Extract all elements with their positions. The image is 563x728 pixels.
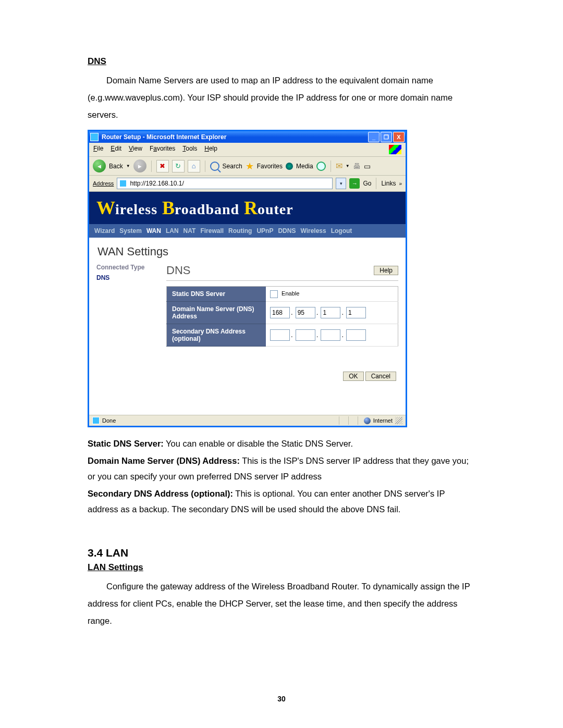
address-label: Address	[93, 180, 114, 187]
mail-menu-icon[interactable]: ▼	[346, 164, 350, 168]
status-done: Done	[102, 417, 116, 424]
status-bar: Done Internet	[89, 415, 406, 426]
status-page-icon	[92, 417, 100, 424]
router-screenshot: Router Setup - Microsoft Internet Explor…	[88, 130, 407, 427]
back-button[interactable]: ◄	[93, 159, 106, 172]
router-nav: Wizard System WAN LAN NAT Firewall Routi…	[89, 224, 406, 238]
back-label: Back	[109, 163, 123, 170]
sec-dns-ip-fields: . . .	[266, 324, 398, 347]
back-menu-icon[interactable]: ▼	[126, 164, 130, 168]
dns-title: DNS	[166, 264, 190, 277]
side-menu: Connected Type DNS	[96, 264, 159, 381]
side-connected-type[interactable]: Connected Type	[96, 264, 159, 271]
page-icon	[119, 180, 127, 187]
help-button[interactable]: Help	[374, 266, 398, 275]
print-icon[interactable]: 🖶	[353, 162, 361, 170]
router-banner: Wireless Broadband Router	[89, 192, 406, 224]
dns-ip-4[interactable]	[346, 307, 366, 318]
windows-flag-icon	[389, 145, 401, 154]
static-dns-desc: Static DNS Server: You can enable or dis…	[88, 436, 473, 452]
favorites-icon: ★	[246, 161, 254, 172]
dns-ip-3[interactable]	[321, 307, 340, 318]
dns-paragraph: Domain Name Servers are used to map an I…	[88, 72, 473, 124]
separator	[151, 161, 152, 172]
side-dns[interactable]: DNS	[96, 274, 159, 281]
menu-view[interactable]: View	[129, 145, 142, 154]
sec-dns-desc: Secondary DNS Address (optional): This i…	[88, 486, 473, 517]
secdns-ip-3[interactable]	[321, 329, 340, 341]
page-title: WAN Settings	[97, 245, 397, 258]
lan-settings-heading: LAN Settings	[88, 562, 473, 573]
lan-paragraph: Configure the gateway address of the Wir…	[88, 578, 473, 630]
dns-ip-2[interactable]	[296, 307, 315, 318]
resize-grip-icon	[395, 417, 402, 424]
nav-wan[interactable]: WAN	[146, 227, 161, 235]
address-dropdown[interactable]: ▾	[336, 178, 346, 189]
links-expand-icon[interactable]: »	[399, 181, 402, 187]
refresh-button[interactable]: ↻	[172, 160, 185, 172]
maximize-button[interactable]: ❐	[381, 132, 392, 142]
row-dns-addr-label: Domain Name Server (DNS) Address	[167, 302, 266, 324]
toolbar: ◄ Back ▼ ► ✖ ↻ ⌂ Search ★ Favorites Medi…	[89, 157, 406, 176]
enable-checkbox[interactable]	[270, 290, 278, 298]
search-icon	[210, 162, 219, 171]
nav-firewall[interactable]: Firewall	[200, 227, 224, 235]
nav-wizard[interactable]: Wizard	[94, 227, 115, 235]
separator	[376, 178, 376, 189]
address-bar: Address ▾ → Go Links »	[89, 176, 406, 192]
go-button[interactable]: →	[349, 178, 360, 189]
close-button[interactable]: X	[393, 132, 405, 142]
home-button[interactable]: ⌂	[188, 160, 200, 172]
secdns-ip-1[interactable]	[270, 329, 290, 341]
enable-label: Enable	[282, 290, 299, 297]
nav-upnp[interactable]: UPnP	[256, 227, 273, 235]
secdns-ip-4[interactable]	[346, 329, 366, 341]
menu-help[interactable]: Help	[204, 145, 217, 154]
favorites-button[interactable]: Favorites	[257, 163, 283, 170]
dns-settings-table: Static DNS Server Enable Domain Name Ser…	[166, 286, 398, 347]
dns-heading: DNS	[88, 56, 473, 67]
menubar: File Edit View Favorites Tools Help	[89, 143, 406, 157]
window-titlebar: Router Setup - Microsoft Internet Explor…	[89, 131, 406, 143]
menu-file[interactable]: File	[93, 145, 103, 154]
dns-ip-fields: . . .	[266, 302, 398, 324]
history-icon[interactable]	[316, 162, 326, 171]
separator	[205, 161, 205, 172]
row-sec-dns-label: Secondary DNS Address (optional)	[167, 324, 266, 347]
media-button[interactable]: Media	[296, 163, 313, 170]
search-button[interactable]: Search	[223, 163, 242, 170]
nav-wireless[interactable]: Wireless	[300, 227, 326, 235]
menu-tools[interactable]: Tools	[182, 145, 197, 154]
row-static-dns-label: Static DNS Server	[167, 287, 266, 302]
page-number: 30	[0, 695, 563, 703]
window-title: Router Setup - Microsoft Internet Explor…	[102, 133, 226, 141]
secdns-ip-2[interactable]	[296, 329, 315, 341]
go-label: Go	[363, 180, 371, 187]
nav-system[interactable]: System	[119, 227, 142, 235]
address-input-wrap[interactable]	[117, 178, 333, 189]
dns-ip-1[interactable]	[270, 307, 290, 318]
nav-logout[interactable]: Logout	[331, 227, 352, 235]
edit-page-icon[interactable]: ▭	[364, 162, 371, 170]
menu-favorites[interactable]: Favorites	[150, 145, 175, 154]
stop-button[interactable]: ✖	[156, 160, 169, 172]
nav-ddns[interactable]: DDNS	[278, 227, 296, 235]
router-page-body: WAN Settings Connected Type DNS DNS Help	[89, 238, 406, 415]
address-input[interactable]	[129, 179, 330, 188]
ie-icon	[90, 133, 99, 141]
nav-lan[interactable]: LAN	[166, 227, 179, 235]
menu-edit[interactable]: Edit	[111, 145, 121, 154]
dns-addr-desc: Domain Name Server (DNS) Address: This i…	[88, 453, 473, 485]
media-icon	[286, 163, 293, 170]
minimize-button[interactable]: _	[368, 132, 380, 142]
status-zone: Internet	[373, 417, 393, 424]
separator	[331, 161, 331, 172]
cancel-button[interactable]: Cancel	[365, 372, 396, 381]
section-3-4: 3.4 LAN	[88, 547, 473, 559]
forward-button[interactable]: ►	[133, 159, 146, 172]
nav-routing[interactable]: Routing	[228, 227, 252, 235]
nav-nat[interactable]: NAT	[183, 227, 196, 235]
ok-button[interactable]: OK	[343, 372, 363, 381]
links-label[interactable]: Links	[381, 180, 396, 187]
mail-icon[interactable]: ✉	[336, 161, 342, 171]
